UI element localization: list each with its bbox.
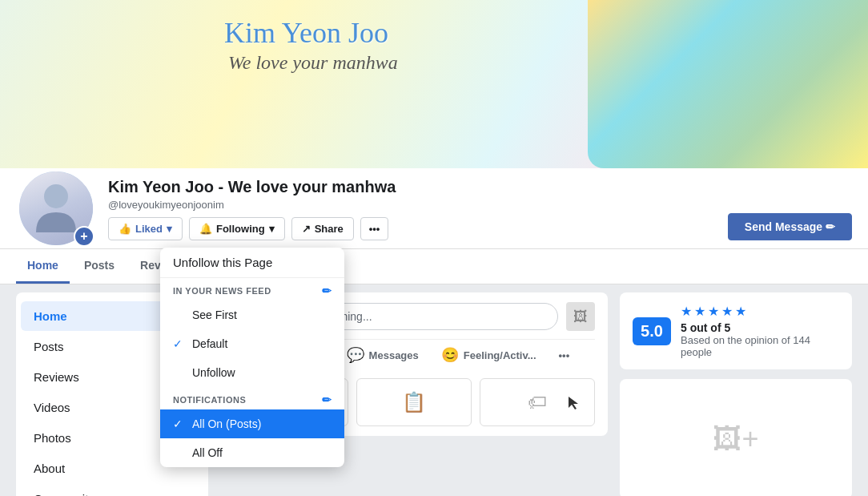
send-message-button[interactable]: Send Message ✏	[728, 213, 852, 240]
nav-home[interactable]: Home	[16, 249, 70, 284]
notifications-section-header: NOTIFICATIONS ✏	[160, 387, 344, 409]
default-label: Default	[192, 337, 227, 350]
rating-based-on: Based on the opinion of 144 people	[681, 334, 839, 358]
star-5: ★	[735, 304, 746, 319]
offer-box[interactable]: 🏷	[480, 378, 595, 426]
profile-actions: 👍 Liked ▾ 🔔 Following ▾ ↗ Share •••	[108, 217, 728, 240]
default-item[interactable]: ✓ Default	[160, 329, 344, 358]
photo-placeholder-box: 🖼+	[620, 379, 852, 496]
following-dropdown: Unfollow this Page IN YOUR NEWS FEED ✏ S…	[160, 248, 344, 467]
star-3: ★	[708, 304, 719, 319]
rating-box: 5.0 ★ ★ ★ ★ ★ 5 out of 5 Based on the op…	[620, 292, 852, 369]
see-first-item[interactable]: See First	[160, 300, 344, 329]
cover-subtitle: We love your manhwa	[228, 52, 398, 74]
rating-score-badge: 5.0	[633, 317, 671, 345]
photo-upload-box[interactable]: 🖼	[566, 302, 595, 331]
svg-point-0	[44, 184, 68, 208]
following-label: Following	[216, 223, 265, 235]
all-on-label: All On (Posts)	[192, 417, 261, 430]
profile-username: @loveyoukimyeonjoonim	[108, 199, 728, 211]
offer-icon: 🏷	[528, 391, 547, 413]
liked-button[interactable]: 👍 Liked ▾	[108, 217, 183, 240]
cover-title: Kim Yeon Joo	[224, 16, 388, 50]
more-composer-icon: •••	[559, 349, 570, 361]
ellipsis-icon: •••	[369, 223, 380, 235]
star-2: ★	[694, 304, 705, 319]
share-label: Share	[315, 223, 344, 235]
news-feed-section-header: IN YOUR NEWS FEED ✏	[160, 278, 344, 300]
cursor-svg	[569, 397, 578, 409]
see-first-label: See First	[192, 308, 237, 321]
feeling-icon: 😊	[441, 346, 459, 364]
svg-marker-1	[569, 397, 578, 409]
thumbs-up-icon: 👍	[119, 223, 131, 235]
liked-label: Liked	[135, 223, 163, 235]
unfollow-item[interactable]: Unfollow	[160, 358, 344, 387]
file-icon: 📋	[402, 391, 426, 413]
more-composer-button[interactable]: •••	[548, 340, 581, 370]
following-icon: 🔔	[199, 223, 212, 235]
messages-icon: 💬	[347, 346, 364, 364]
profile-top: + Kim Yeon Joo - We love your manhwa @lo…	[0, 136, 868, 248]
more-button[interactable]: •••	[360, 217, 389, 240]
right-column: 5.0 ★ ★ ★ ★ ★ 5 out of 5 Based on the op…	[620, 292, 852, 496]
rating-details: ★ ★ ★ ★ ★ 5 out of 5 Based on the opinio…	[681, 304, 839, 358]
all-off-item[interactable]: All Off	[160, 438, 344, 467]
image-icon: 🖼	[573, 308, 588, 325]
all-on-item[interactable]: ✓ All On (Posts)	[160, 409, 344, 438]
add-photo-icon: 🖼+	[713, 422, 758, 456]
all-off-label: All Off	[192, 446, 223, 459]
avatar-wrap: +	[16, 168, 96, 248]
news-feed-label: IN YOUR NEWS FEED	[173, 286, 271, 296]
main-layout: Home Posts Reviews Videos Photos About C…	[0, 284, 868, 496]
news-feed-edit-icon[interactable]: ✏	[322, 284, 332, 297]
profile-nav: Home Posts Reviews Videos Photos	[0, 248, 868, 284]
all-on-check-icon: ✓	[173, 417, 183, 430]
star-4: ★	[721, 304, 733, 319]
profile-name: Kim Yeon Joo - We love your manhwa	[108, 176, 728, 197]
share-button[interactable]: ↗ Share	[291, 217, 354, 240]
messages-label: Messages	[369, 349, 419, 361]
messages-button[interactable]: 💬 Messages	[336, 340, 430, 370]
rating-out-of: 5 out of 5	[681, 321, 839, 334]
liked-dropdown-icon: ▾	[167, 223, 172, 235]
default-check-icon: ✓	[173, 337, 183, 350]
unfollow-label: Unfollow	[192, 366, 235, 379]
file-box[interactable]: 📋	[356, 378, 472, 426]
sidebar-item-community[interactable]: Community	[21, 484, 203, 496]
rating-stars-row: ★ ★ ★ ★ ★	[681, 304, 839, 319]
page-wrapper: Kim Yeon Joo We love your manhwa +	[0, 0, 868, 496]
notifications-label: NOTIFICATIONS	[173, 395, 246, 405]
following-button[interactable]: 🔔 Following ▾	[189, 217, 285, 240]
nav-posts[interactable]: Posts	[73, 249, 126, 284]
share-icon: ↗	[302, 223, 311, 235]
feeling-label: Feeling/Activ...	[464, 349, 536, 361]
avatar-svg	[32, 180, 80, 236]
feeling-button[interactable]: 😊 Feeling/Activ...	[430, 340, 548, 370]
avatar-add-button[interactable]: +	[74, 226, 94, 247]
following-dropdown-icon: ▾	[269, 223, 275, 235]
profile-section: + Kim Yeon Joo - We love your manhwa @lo…	[0, 136, 868, 284]
profile-info: Kim Yeon Joo - We love your manhwa @love…	[108, 136, 728, 248]
notifications-edit-icon[interactable]: ✏	[322, 393, 332, 406]
star-1: ★	[681, 304, 692, 319]
unfollow-page-item[interactable]: Unfollow this Page	[160, 248, 344, 278]
